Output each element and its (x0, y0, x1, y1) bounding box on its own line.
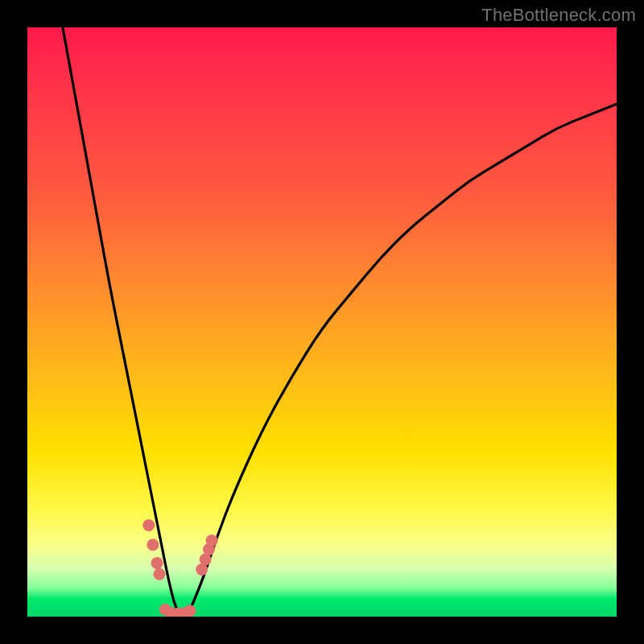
chart-frame: TheBottleneck.com (0, 0, 644, 644)
watermark-text: TheBottleneck.com (481, 5, 636, 26)
marker-dot (142, 519, 155, 531)
marker-dot (184, 605, 196, 617)
chart-plot-area (27, 27, 617, 617)
marker-dot (151, 557, 163, 569)
marker-dot (206, 535, 218, 547)
marker-dot (147, 539, 159, 551)
chart-svg (27, 27, 617, 617)
marker-layer (142, 519, 217, 617)
marker-dot (153, 568, 165, 580)
